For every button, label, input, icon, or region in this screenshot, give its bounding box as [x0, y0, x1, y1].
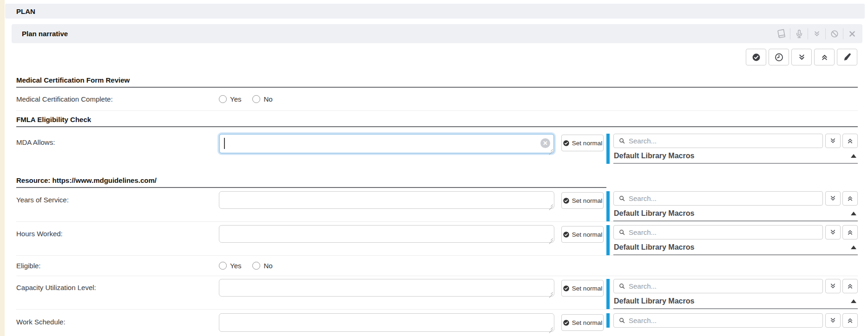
medical-certification-complete-radio-group: Yes No [219, 95, 273, 103]
macro-library-title: Default Library Macros [614, 152, 694, 160]
section-header-resource: Resource: https://www.mdguidelines.com/ [16, 176, 606, 188]
caret-up-icon[interactable] [851, 154, 856, 158]
resize-grip[interactable] [548, 203, 553, 207]
macro-accent-bar [606, 279, 610, 309]
mda-allows-macro-search-input[interactable] [629, 137, 819, 145]
medical-certification-complete-yes-radio[interactable] [219, 95, 227, 103]
macro-accent-bar [606, 191, 610, 221]
search-icon [618, 229, 625, 236]
expand-all-button[interactable] [791, 49, 812, 65]
field-label: Hours Worked: [16, 225, 219, 238]
field-row-hours-worked: Hours Worked: Set normal [16, 222, 858, 256]
macro-search-box [613, 225, 823, 239]
disable-icon[interactable] [825, 28, 843, 39]
work-schedule-set-normal-button[interactable]: Set normal [561, 314, 604, 331]
resize-grip[interactable] [548, 148, 553, 152]
hours-worked-textarea[interactable] [219, 225, 554, 243]
caret-up-icon[interactable] [851, 212, 856, 215]
field-row-medical-certification-complete: Medical Certification Complete: Yes No [16, 88, 858, 111]
medical-certification-complete-no-radio[interactable] [252, 95, 260, 103]
capacity-utilization-level-textarea[interactable] [219, 279, 554, 297]
collapse-macros-button[interactable] [842, 313, 858, 328]
expand-macros-button[interactable] [825, 134, 841, 148]
complete-check-button[interactable] [746, 49, 766, 65]
capacity-utilization-level-set-normal-button[interactable]: Set normal [561, 280, 604, 297]
macro-accent-bar [606, 313, 610, 328]
capacity-utilization-level-macro-search-input[interactable] [629, 282, 819, 290]
edit-pencil-button[interactable] [837, 49, 857, 65]
macro-library-title: Default Library Macros [614, 243, 694, 252]
resize-grip[interactable] [548, 237, 553, 241]
work-schedule-macro-search-input[interactable] [629, 317, 819, 324]
expand-macros-button[interactable] [825, 313, 841, 328]
clear-text-icon[interactable]: ✕ [540, 138, 550, 148]
search-icon [618, 137, 625, 144]
collapse-macros-button[interactable] [842, 225, 858, 239]
macro-search-box [613, 191, 823, 206]
macro-accent-bar [606, 225, 610, 255]
field-label: Medical Certification Complete: [16, 95, 219, 103]
mda-allows-macro-panel: Default Library Macros [613, 134, 858, 164]
field-row-capacity-utilization-level: Capacity Utilization Level: Set normal [16, 276, 858, 310]
history-clock-button[interactable] [769, 49, 789, 65]
collapse-macros-button[interactable] [842, 134, 858, 148]
capacity-utilization-level-macro-panel: Default Library Macros [613, 279, 858, 309]
page-left-margin-strip [0, 0, 5, 336]
book-icon[interactable] [772, 28, 790, 39]
hours-worked-macro-panel: Default Library Macros [613, 225, 858, 255]
field-label: Years of Service: [16, 191, 219, 204]
hours-worked-macro-search-input[interactable] [629, 228, 819, 236]
field-label: Capacity Utilization Level: [16, 279, 219, 291]
mda-allows-set-normal-button[interactable]: Set normal [561, 135, 604, 151]
collapse-macros-button[interactable] [842, 279, 858, 293]
plan-section-title: PLAN [16, 7, 35, 15]
panel-header: Plan narrative [12, 24, 862, 43]
collapse-macros-button[interactable] [842, 191, 858, 206]
years-of-service-macro-search-input[interactable] [629, 194, 819, 202]
search-icon [618, 317, 625, 324]
expand-macros-button[interactable] [825, 225, 841, 239]
years-of-service-set-normal-button[interactable]: Set normal [561, 192, 604, 209]
radio-label-no: No [263, 262, 272, 270]
radio-label-no: No [263, 95, 272, 103]
panel-header-icon-group [772, 28, 861, 39]
work-schedule-textarea[interactable] [219, 313, 554, 332]
eligible-no-radio[interactable] [252, 262, 260, 270]
caret-up-icon[interactable] [851, 246, 856, 249]
hours-worked-set-normal-button[interactable]: Set normal [561, 226, 604, 243]
expand-macros-button[interactable] [825, 191, 841, 206]
mda-allows-textarea[interactable] [219, 134, 554, 154]
collapse-panel-icon[interactable] [808, 28, 825, 39]
caret-up-icon[interactable] [851, 299, 856, 303]
section-header-med-cert: Medical Certification Form Review [16, 76, 858, 88]
field-row-eligible: Eligible: Yes No [16, 256, 858, 276]
macro-search-box [613, 313, 823, 328]
expand-macros-button[interactable] [825, 279, 841, 293]
radio-label-yes: Yes [230, 262, 241, 270]
resize-grip[interactable] [548, 291, 553, 295]
macro-search-box [613, 134, 823, 148]
panel-title: Plan narrative [22, 30, 772, 38]
resize-grip[interactable] [548, 326, 553, 330]
field-label: Eligible: [16, 262, 219, 270]
macro-search-box [613, 279, 823, 293]
eligible-yes-radio[interactable] [219, 262, 227, 270]
years-of-service-macro-panel: Default Library Macros [613, 191, 858, 221]
close-icon[interactable] [843, 28, 861, 39]
years-of-service-textarea[interactable] [219, 191, 554, 209]
section-header-fmla: FMLA Eligibility Check [16, 116, 858, 127]
field-label: Work Schedule: [16, 313, 219, 326]
search-icon [618, 283, 625, 290]
field-row-work-schedule: Work Schedule: Set normal [16, 310, 858, 332]
macro-library-title: Default Library Macros [614, 209, 694, 218]
collapse-all-button[interactable] [814, 49, 835, 65]
search-icon [618, 195, 625, 202]
text-cursor [224, 138, 225, 149]
microphone-icon[interactable] [790, 28, 808, 39]
field-label: MDA Allows: [16, 134, 219, 146]
note-toolbar [16, 43, 858, 65]
macro-accent-bar [606, 134, 610, 164]
eligible-radio-group: Yes No [219, 262, 273, 270]
plan-section-bar[interactable]: PLAN [5, 4, 865, 19]
plan-narrative-panel: Plan narrative [12, 24, 862, 332]
